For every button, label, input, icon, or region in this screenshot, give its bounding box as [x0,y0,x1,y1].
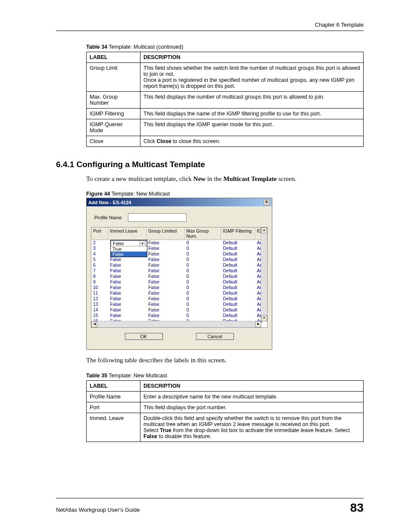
immed-leave-dropdown[interactable]: False ▼ True False [110,240,147,257]
dropdown-selected: False [113,241,124,246]
label-cell: Group Limit [87,63,140,92]
label-cell: IGMP Filtering [87,109,140,119]
scroll-right-icon[interactable]: ▶ [255,321,261,327]
section-heading: 6.4.1 Configuring a Multicast Template [56,160,364,169]
table-row: Profile NameEnter a descriptive name for… [87,391,364,402]
grid-row[interactable]: 6FalseFalse0DefaultAu [91,262,267,268]
section-intro: To create a new multicast template, clic… [86,174,364,183]
table35-head-label: LABEL [87,380,140,391]
desc-cell: This field displays the port number. [140,402,364,413]
table34-caption: Table 34 Template: Multicast (continued) [86,44,364,50]
footer-guide-title: NetAtlas Workgroup User's Guide [56,507,140,513]
grid-row[interactable]: 13FalseFalse0DefaultAu [91,302,267,307]
desc-cell: This field shows whether the switch limi… [140,63,364,92]
table-row: Group LimitThis field shows whether the … [87,63,364,92]
table-row: Immed. LeaveDouble-click this field and … [87,413,364,442]
scroll-left-icon[interactable]: ◀ [91,321,97,327]
table-row: CloseClick Close to close this screen. [87,136,364,147]
profile-name-input[interactable] [128,213,187,222]
col-immed-leave[interactable]: Immed Leave [108,227,146,240]
figure44-number: Figure 44 [86,191,110,197]
desc-cell: Click Close to close this screen. [140,136,364,147]
vertical-scrollbar[interactable]: ▲ ▼ [261,227,267,321]
table-row: IGMP FilteringThis field displays the na… [87,109,364,119]
col-group-limited[interactable]: Group Limited [146,227,185,240]
desc-cell: This field displays the number of multic… [140,92,364,109]
grid-row[interactable]: 8FalseFalse0DefaultAu [91,274,267,279]
dialog-close-button[interactable]: × [263,199,270,205]
grid-row[interactable]: 12FalseFalse0DefaultAu [91,296,267,302]
grid-row[interactable]: 7FalseFalse0DefaultAu [91,268,267,274]
scroll-down-icon[interactable]: ▼ [261,315,267,321]
label-cell: IGMP Querier Mode [87,119,140,136]
desc-cell: This field displays the IGMP querier mod… [140,119,364,136]
label-cell: Port [87,402,140,413]
dialog-title-text: Add New - ES-4124 [88,200,131,205]
grid-row[interactable]: 9FalseFalse0DefaultAu [91,279,267,285]
grid-header: Port Immed Leave Group Limited Max Group… [91,227,267,240]
table35-head-desc: DESCRIPTION [140,380,364,391]
desc-cell: Enter a descriptive name for the new mul… [140,391,364,402]
horizontal-scrollbar[interactable]: ◀ ▶ [91,321,261,327]
footer-page-number: 83 [350,501,364,515]
label-cell: Max. Group Number [87,92,140,109]
header-rule [56,31,364,31]
scroll-up-icon[interactable]: ▲ [261,227,267,233]
table35: LABEL DESCRIPTION Profile NameEnter a de… [86,380,364,442]
table-row: Max. Group NumberThis field displays the… [87,92,364,109]
profile-name-label: Profile Name [94,215,122,220]
chevron-down-icon[interactable]: ▼ [139,240,146,246]
figure44-title: Template: New Multicast [110,191,170,197]
page-footer: NetAtlas Workgroup User's Guide 83 [56,498,364,515]
table34-head-label: LABEL [87,52,140,63]
ok-button[interactable]: OK [125,333,163,340]
grid-row[interactable]: 5FalseFalse0DefaultAu [91,257,267,262]
table35-number: Table 35 [86,373,107,379]
table-row: PortThis field displays the port number. [87,402,364,413]
grid-row[interactable]: 10FalseFalse0DefaultAu [91,285,267,290]
table34: LABEL DESCRIPTION Group LimitThis field … [86,52,364,147]
chapter-header: Chapter 6 Template [56,22,364,28]
label-cell: Immed. Leave [87,413,140,442]
cancel-button[interactable]: Cancel [196,333,234,340]
desc-cell: This field displays the name of the IGMP… [140,109,364,119]
port-grid: Port Immed Leave Group Limited Max Group… [91,227,268,328]
grid-row[interactable]: 11FalseFalse0DefaultAu [91,290,267,296]
table35-caption: Table 35 Template: New Multicast [86,373,364,379]
col-port[interactable]: Port [91,227,108,240]
dropdown-option-true[interactable]: True [111,246,147,252]
table-row: IGMP Querier ModeThis field displays the… [87,119,364,136]
dialog-titlebar: Add New - ES-4124 × [87,198,272,206]
add-new-dialog: Add New - ES-4124 × Profile Name Port Im… [86,198,272,350]
figure44-caption: Figure 44 Template: New Multicast [86,191,364,197]
footer-rule [56,498,364,498]
desc-cell: Double-click this field and specify whet… [140,413,364,442]
col-igmp-filtering[interactable]: IGMP Filtering [221,227,255,240]
dropdown-option-false[interactable]: False [111,252,147,257]
label-cell: Close [87,136,140,147]
table34-head-desc: DESCRIPTION [140,52,364,63]
col-max-group-num[interactable]: Max Group Num. [185,227,221,240]
label-cell: Profile Name [87,391,140,402]
table35-intro: The following table describes the labels… [86,356,364,364]
table34-number: Table 34 [86,44,107,50]
table34-title: Template: Multicast (continued) [107,44,183,50]
grid-row[interactable]: 15FalseFalse0DefaultAu [91,313,267,318]
table35-title: Template: New Multicast [107,373,167,379]
grid-row[interactable]: 14FalseFalse0DefaultAu [91,307,267,313]
